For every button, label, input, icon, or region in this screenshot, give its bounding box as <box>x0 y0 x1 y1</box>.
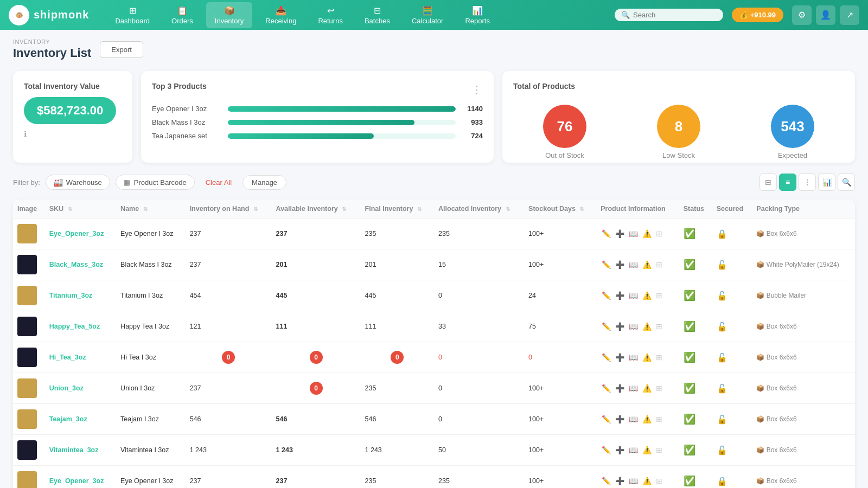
cell-sku[interactable]: Eye_Opener_3oz <box>45 219 116 249</box>
cell-sku[interactable]: Hi_Tea_3oz <box>45 342 116 373</box>
search-input[interactable] <box>633 11 709 19</box>
cell-sku[interactable]: Eye_Opener_3oz <box>45 466 116 489</box>
book-icon[interactable]: 📖 <box>628 414 639 425</box>
col-ioh[interactable]: Inventory on Hand ⇅ <box>186 200 272 219</box>
edit-icon[interactable]: ✏️ <box>601 228 612 239</box>
edit-icon[interactable]: ✏️ <box>601 321 612 332</box>
book-icon[interactable]: 📖 <box>628 476 639 486</box>
book-icon[interactable]: 📖 <box>628 321 639 332</box>
book-icon[interactable]: 📖 <box>628 290 639 301</box>
edit-icon[interactable]: ✏️ <box>601 352 612 363</box>
cell-sku[interactable]: Union_3oz <box>45 373 116 404</box>
cell-sku[interactable]: Black_Mass_3oz <box>45 249 116 280</box>
book-icon[interactable]: 📖 <box>628 383 639 394</box>
barcode-filter[interactable]: ▦ Product Barcode <box>116 175 195 190</box>
view-list-button[interactable]: ≡ <box>779 174 796 191</box>
warehouse-filter[interactable]: 🏭 Warehouse <box>46 175 110 190</box>
book-icon[interactable]: 📖 <box>628 352 639 363</box>
nav-item-calculator[interactable]: 🧮 Calculator <box>403 2 452 28</box>
sku-link[interactable]: Teajam_3oz <box>49 415 87 423</box>
add-icon[interactable]: ➕ <box>614 290 626 301</box>
add-icon[interactable]: ➕ <box>614 321 626 332</box>
table-icon[interactable]: ⊞ <box>655 259 663 270</box>
settings-button[interactable]: ⚙ <box>792 5 812 25</box>
col-name[interactable]: Name ⇅ <box>116 200 186 219</box>
export-button[interactable]: Export <box>100 41 143 58</box>
table-icon[interactable]: ⊞ <box>655 383 663 394</box>
cell-packing: 📦 Box 6x6x6 <box>752 404 855 435</box>
manage-button[interactable]: Manage <box>242 175 286 190</box>
add-icon[interactable]: ➕ <box>614 445 626 455</box>
table-icon[interactable]: ⊞ <box>655 476 663 486</box>
add-icon[interactable]: ➕ <box>614 414 626 425</box>
nav-item-inventory[interactable]: 📦 Inventory <box>206 2 252 28</box>
edit-icon[interactable]: ✏️ <box>601 414 612 425</box>
col-final[interactable]: Final Inventory ⇅ <box>361 200 435 219</box>
sku-link[interactable]: Eye_Opener_3oz <box>49 477 104 485</box>
add-icon[interactable]: ➕ <box>614 352 626 363</box>
sku-link[interactable]: Happy_Tea_5oz <box>49 323 100 330</box>
book-icon[interactable]: 📖 <box>628 445 639 455</box>
avail-value: 111 <box>276 323 288 330</box>
table-search-button[interactable]: 🔍 <box>838 174 855 191</box>
view-compact-button[interactable]: ⋮ <box>799 174 816 191</box>
warning-icon[interactable]: ⚠️ <box>641 321 653 332</box>
cell-sku[interactable]: Vitamintea_3oz <box>45 435 116 466</box>
notifications-button[interactable]: ↗ <box>840 5 859 25</box>
nav-item-batches[interactable]: ⊟ Batches <box>356 2 399 28</box>
sku-link[interactable]: Titanium_3oz <box>49 292 93 299</box>
warning-icon[interactable]: ⚠️ <box>641 228 653 239</box>
table-icon[interactable]: ⊞ <box>655 228 663 239</box>
info-icon[interactable]: ℹ <box>24 130 122 138</box>
top3-more-button[interactable]: ⋮ <box>472 84 483 95</box>
add-icon[interactable]: ➕ <box>614 228 626 239</box>
edit-icon[interactable]: ✏️ <box>601 290 612 301</box>
sku-link[interactable]: Union_3oz <box>49 384 84 392</box>
edit-icon[interactable]: ✏️ <box>601 383 612 394</box>
logo[interactable]: 🐵 shipmonk <box>9 5 89 25</box>
sku-link[interactable]: Hi_Tea_3oz <box>49 354 86 361</box>
col-alloc[interactable]: Allocated Inventory ⇅ <box>434 200 524 219</box>
warning-icon[interactable]: ⚠️ <box>641 259 653 270</box>
table-icon[interactable]: ⊞ <box>655 321 663 332</box>
warning-icon[interactable]: ⚠️ <box>641 290 653 301</box>
add-icon[interactable]: ➕ <box>614 383 626 394</box>
clear-all-button[interactable]: Clear All <box>200 176 237 189</box>
warning-icon[interactable]: ⚠️ <box>641 445 653 455</box>
table-icon[interactable]: ⊞ <box>655 414 663 425</box>
warning-icon[interactable]: ⚠️ <box>641 476 653 486</box>
col-stockout[interactable]: Stockout Days ⇅ <box>524 200 596 219</box>
edit-icon[interactable]: ✏️ <box>601 476 612 486</box>
nav-item-orders[interactable]: 📋 Orders <box>163 2 202 28</box>
book-icon[interactable]: 📖 <box>628 259 639 270</box>
sku-link[interactable]: Vitamintea_3oz <box>49 446 99 454</box>
table-icon[interactable]: ⊞ <box>655 352 663 363</box>
edit-icon[interactable]: ✏️ <box>601 259 612 270</box>
sku-link[interactable]: Black_Mass_3oz <box>49 261 103 268</box>
col-avail[interactable]: Available Inventory ⇅ <box>272 200 361 219</box>
cell-sku[interactable]: Teajam_3oz <box>45 404 116 435</box>
cell-sku[interactable]: Happy_Tea_5oz <box>45 311 116 342</box>
edit-icon[interactable]: ✏️ <box>601 445 612 455</box>
warning-icon[interactable]: ⚠️ <box>641 383 653 394</box>
warning-icon[interactable]: ⚠️ <box>641 352 653 363</box>
nav-label-dashboard: Dashboard <box>115 17 150 25</box>
table-icon[interactable]: ⊞ <box>655 290 663 301</box>
nav-item-receiving[interactable]: 📥 Receiving <box>257 2 305 28</box>
view-grid-button[interactable]: ⊟ <box>760 174 777 191</box>
table-icon[interactable]: ⊞ <box>655 445 663 455</box>
cell-alloc: 235 <box>434 219 524 249</box>
add-icon[interactable]: ➕ <box>614 476 626 486</box>
profile-button[interactable]: 👤 <box>816 5 835 25</box>
add-icon[interactable]: ➕ <box>614 259 626 270</box>
nav-item-dashboard[interactable]: ⊞ Dashboard <box>106 2 158 28</box>
book-icon[interactable]: 📖 <box>628 228 639 239</box>
warning-icon[interactable]: ⚠️ <box>641 414 653 425</box>
search-bar[interactable]: 🔍 <box>615 9 723 21</box>
cell-sku[interactable]: Titanium_3oz <box>45 280 116 311</box>
sku-link[interactable]: Eye_Opener_3oz <box>49 230 104 237</box>
view-chart-button[interactable]: 📊 <box>818 174 835 191</box>
nav-item-reports[interactable]: 📊 Reports <box>456 2 499 28</box>
nav-item-returns[interactable]: ↩ Returns <box>309 2 352 28</box>
col-sku[interactable]: SKU ⇅ <box>45 200 116 219</box>
